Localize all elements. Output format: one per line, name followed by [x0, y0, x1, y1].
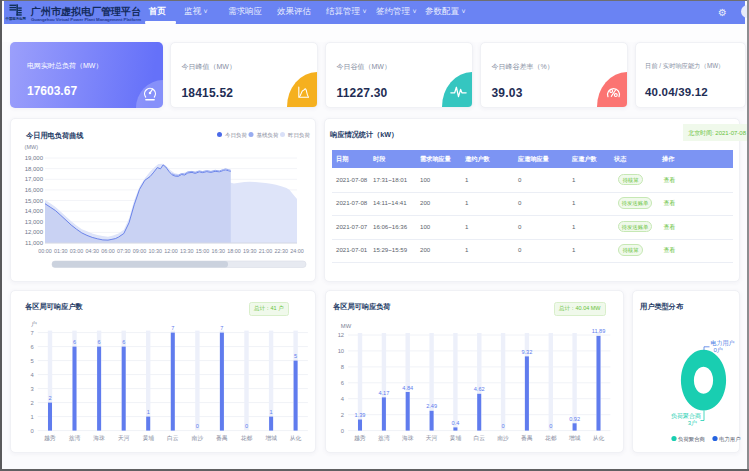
svg-text:0户: 0户 — [714, 346, 723, 353]
svg-text:负荷聚合商: 负荷聚合商 — [671, 412, 701, 420]
svg-text:电力用户: 电力用户 — [719, 436, 741, 443]
svg-text:电力用户: 电力用户 — [711, 339, 735, 347]
svg-text:3户: 3户 — [688, 419, 697, 426]
svg-text:负荷聚合商: 负荷聚合商 — [678, 436, 706, 443]
